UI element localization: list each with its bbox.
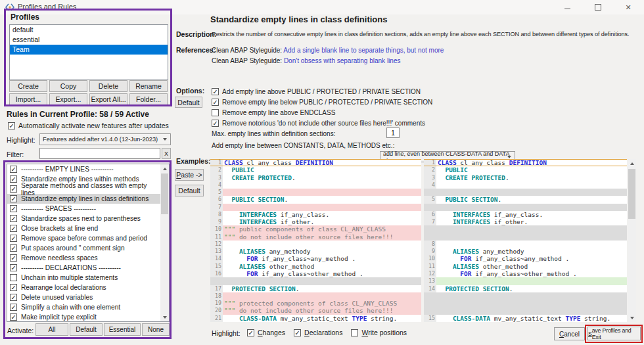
code-example-before[interactable]: 1CLASS cl_any_class DEFINITION2 PUBLIC3 … [210, 159, 421, 322]
scroll-up-icon[interactable] [628, 159, 636, 168]
auto-activate-checkbox[interactable]: ✓ Automatically activate new features af… [8, 122, 169, 129]
options-default-button[interactable]: Default [175, 97, 202, 108]
line-number: 20 [210, 307, 223, 314]
rules-list[interactable]: ✓---------- EMPTY LINES ----------✓Stand… [7, 164, 170, 322]
code-line: 16 FOR if_any_class~other_method . [210, 270, 421, 277]
scroll-down-icon[interactable] [628, 313, 636, 322]
code-text: INTERFACES if_any_class. [223, 211, 421, 218]
options-checkboxes: ✓Add empty line above PUBLIC / PROTECTED… [212, 86, 432, 128]
scrollbar-thumb[interactable] [161, 173, 168, 214]
rule-item[interactable]: ✓Rearrange local declarations [7, 283, 160, 292]
maximize-icon[interactable] [587, 0, 609, 14]
rule-detail-title: Standardize empty lines in class definit… [210, 14, 387, 24]
rule-item[interactable]: ✓Standardize empty lines in class defini… [7, 194, 160, 204]
profiles-rename-button[interactable]: Rename [129, 80, 168, 92]
rule-item[interactable]: Unchain into multiple statements [7, 273, 160, 283]
profile-item[interactable]: Team [10, 45, 168, 55]
code-text: CLASS-DATA mv_any_static_text TYPE strin… [223, 315, 421, 322]
paste-button[interactable]: Paste -> [175, 169, 204, 181]
profiles-buttons-row1: CreateCopyDeleteRename [9, 80, 168, 92]
rule-item[interactable]: ✓Separate methods and classes with empty… [7, 184, 160, 194]
profiles-create-button[interactable]: Create [9, 80, 47, 92]
highlight-dropdown-value: Features added after v1.4.0 (12-Jun-2023… [43, 136, 158, 143]
activate-buttons: AllDefaultEssentialNone [35, 323, 170, 336]
code-scrollbar[interactable] [628, 159, 636, 322]
option-checkbox[interactable]: ✓Remove empty line below PUBLIC / PROTEC… [212, 97, 432, 107]
profiles-import-button[interactable]: Import... [9, 93, 47, 105]
profiles-export-button[interactable]: Export... [49, 93, 87, 105]
profiles-delete-button[interactable]: Delete [89, 80, 127, 92]
minimize-icon[interactable] [556, 0, 578, 14]
examples-default-button[interactable]: Default [175, 185, 204, 196]
rule-item[interactable]: ✓---------- DECLARATIONS ---------- [7, 263, 160, 273]
code-text: FOR if_any_class~other_method . [223, 270, 421, 277]
profiles-folder-button[interactable]: Folder... [129, 93, 168, 105]
rules-scrollbar[interactable] [160, 164, 169, 321]
footer-checkbox[interactable]: ✓Declarations [294, 329, 342, 336]
option-checkbox[interactable]: Remove empty line above ENDCLASS [212, 107, 432, 118]
option-checkbox[interactable]: ✓Add empty line above PUBLIC / PROTECTED… [212, 86, 432, 97]
rule-item[interactable]: ✓Put spaces around " comment sign [7, 243, 160, 253]
profiles-copy-button[interactable]: Copy [49, 80, 87, 92]
rule-item[interactable]: ✓Simplify a chain with one element [7, 302, 160, 312]
line-number [424, 189, 436, 196]
highlight-dropdown[interactable]: Features added after v1.4.0 (12-Jun-2023… [39, 133, 171, 145]
filter-input[interactable] [39, 148, 160, 159]
rule-item-label: Rearrange local declarations [21, 284, 106, 291]
profile-item[interactable]: essential [10, 35, 168, 45]
activate-default-button[interactable]: Default [70, 323, 103, 336]
scrollbar-thumb[interactable] [628, 169, 635, 219]
rules-rows: ✓---------- EMPTY LINES ----------✓Stand… [7, 164, 160, 321]
code-text: ALIASES any_methody [223, 248, 421, 255]
profile-item[interactable]: default [10, 25, 168, 35]
close-icon[interactable]: ✕ [617, 0, 639, 14]
line-number: 14 [210, 255, 223, 262]
rule-item[interactable]: ✓---------- EMPTY LINES ---------- [7, 164, 160, 174]
rule-item[interactable]: ✓Make implicit type explicit [7, 312, 160, 321]
checkbox-icon: ✓ [212, 120, 219, 127]
cancel-button[interactable]: Cancel [554, 327, 585, 340]
code-text: ALIASES any_methody [436, 248, 627, 255]
add-between-label: Add empty line between CONSTANTS, DATA, … [212, 142, 394, 149]
footer-checkbox[interactable]: ✓Changes [247, 329, 285, 336]
description-text: Restricts the number of consecutive empt… [212, 31, 642, 37]
save-profiles-button[interactable]: Save Profiles and Exit [587, 327, 641, 340]
scroll-down-icon[interactable] [160, 313, 169, 321]
line-number: 18 [210, 292, 223, 300]
activate-essential-button[interactable]: Essential [104, 323, 141, 336]
activate-all-button[interactable]: All [35, 323, 68, 336]
max-empty-lines-input[interactable] [386, 127, 400, 138]
rule-item[interactable]: ✓Delete unused variables [7, 292, 160, 302]
checkbox-icon [212, 109, 219, 116]
scroll-up-icon[interactable] [160, 164, 169, 173]
rule-item-label: Simplify a chain with one element [21, 304, 120, 311]
profiles-list[interactable]: defaultessentialTeam [9, 24, 168, 80]
reference-link[interactable]: Don't obsess with separating blank lines [284, 57, 401, 64]
rule-item-label: Make implicit type explicit [21, 313, 97, 321]
reference-link[interactable]: Add a single blank line to separate thin… [283, 47, 444, 54]
rule-item[interactable]: ✓Standardize spaces next to parentheses [7, 214, 160, 223]
option-checkbox[interactable]: ✓Remove notorious 'do not include other … [212, 118, 432, 128]
code-text: INTERFACES if_other. [223, 218, 421, 225]
activate-none-button[interactable]: None [142, 323, 170, 336]
rule-item[interactable]: ✓Close brackets at line end [7, 223, 160, 233]
code-text: FOR if_any_class~other_method . [436, 270, 627, 277]
code-text [223, 292, 421, 300]
code-example-after[interactable]: 1CLASS cl_any_class DEFINITION2 PUBLIC3 … [424, 159, 627, 322]
code-line: 11""" do not include other source files … [210, 233, 421, 241]
checkbox-icon: ✓ [10, 313, 17, 321]
profiles-exportall-button[interactable]: Export All... [89, 93, 127, 105]
profiles-header: Profiles [11, 12, 39, 22]
footer-checkbox[interactable]: Write positions [351, 329, 407, 336]
checkbox-icon: ✓ [10, 264, 17, 271]
rule-item[interactable]: ✓Remove space before commas and period [7, 233, 160, 243]
filter-clear-button[interactable]: X [162, 148, 171, 159]
reference-source: Clean ABAP Styleguide: [212, 57, 284, 64]
line-number: 7 [210, 204, 223, 211]
line-number: 1 [210, 160, 223, 166]
code-text: ALIASES other_method [436, 263, 627, 270]
app-icon [5, 3, 14, 12]
rule-item[interactable]: ✓Remove needless spaces [7, 253, 160, 263]
rule-item[interactable]: ✓---------- SPACES ---------- [7, 204, 160, 214]
line-number: 10 [424, 255, 436, 262]
